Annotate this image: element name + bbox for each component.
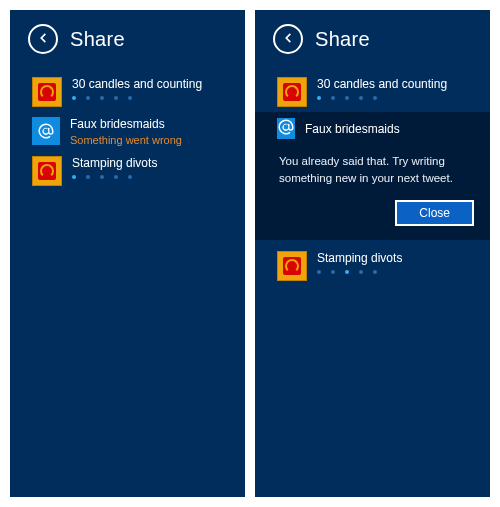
app-icon [277,77,307,107]
share-target-item[interactable]: 30 candles and counting [255,72,490,112]
share-target-item[interactable]: Stamping divots [255,246,490,286]
item-name: Stamping divots [317,251,402,265]
panel-title: Share [315,28,370,51]
item-meta: 30 candles and counting [72,77,202,100]
at-icon [32,117,60,145]
share-target-expanded: Faux bridesmaids You already said that. … [255,112,490,240]
panel-title: Share [70,28,125,51]
error-message: You already said that. Try writing somet… [279,153,472,186]
back-button[interactable] [28,24,58,54]
screenshot-stage: Share 30 candles and counting Faux bride… [0,0,500,507]
error-text: Something went wrong [70,134,182,146]
share-panel-right: Share 30 candles and counting Faux bride… [255,10,490,497]
back-arrow-icon [36,31,50,48]
item-meta: Stamping divots [72,156,157,179]
item-meta: Stamping divots [317,251,402,274]
expanded-header[interactable]: Faux bridesmaids [277,118,474,139]
share-panel-left: Share 30 candles and counting Faux bride… [10,10,245,497]
back-button[interactable] [273,24,303,54]
expanded-actions: Close [277,200,474,226]
item-name: 30 candles and counting [72,77,202,91]
app-icon [32,77,62,107]
share-target-item[interactable]: Stamping divots [10,151,245,191]
progress-dots [317,270,402,274]
progress-dots [317,96,447,100]
item-name: Faux bridesmaids [70,117,182,131]
item-name: 30 candles and counting [317,77,447,91]
item-name: Stamping divots [72,156,157,170]
item-meta: 30 candles and counting [317,77,447,100]
close-button[interactable]: Close [395,200,474,226]
progress-dots [72,96,202,100]
panel-header: Share [28,24,245,54]
panel-header: Share [273,24,490,54]
progress-dots [72,175,157,179]
item-name: Faux bridesmaids [305,122,400,136]
share-target-item[interactable]: Faux bridesmaids Something went wrong [10,112,245,151]
at-icon [277,118,295,139]
item-meta: Faux bridesmaids Something went wrong [70,117,182,146]
back-arrow-icon [281,31,295,48]
share-target-item[interactable]: 30 candles and counting [10,72,245,112]
app-icon [32,156,62,186]
app-icon [277,251,307,281]
